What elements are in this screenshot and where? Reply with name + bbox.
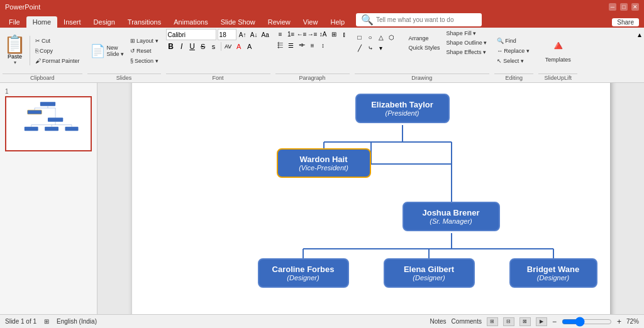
- node-joshua[interactable]: Joshua Brener (Sr. Manager): [402, 202, 500, 231]
- tab-help[interactable]: Help: [324, 16, 351, 28]
- columns-btn[interactable]: ⫿: [340, 29, 350, 39]
- font-color-btn[interactable]: A: [234, 41, 244, 52]
- zoom-minus-btn[interactable]: −: [552, 317, 557, 326]
- slide-thumbnail[interactable]: [5, 96, 92, 151]
- maximize-btn[interactable]: □: [620, 3, 628, 11]
- replace-btn[interactable]: ↔Replace ▾: [494, 46, 532, 55]
- node-wardon[interactable]: Wardon Hait (Vice-President): [277, 148, 371, 178]
- drawing-label: Drawing: [355, 74, 490, 81]
- shape-effects-btn[interactable]: Shape Effects ▾: [444, 48, 490, 57]
- justify-btn[interactable]: ≡: [308, 40, 318, 50]
- node-joshua-name: Joshua Brener: [413, 208, 490, 217]
- comments-btn[interactable]: Comments: [452, 318, 482, 325]
- svg-rect-1: [28, 110, 42, 114]
- find-btn[interactable]: 🔍Find: [494, 36, 519, 45]
- tab-slideshow[interactable]: Slide Show: [214, 16, 262, 28]
- slideuplift-group: 🔺 Templates SlideUpLift: [536, 29, 580, 81]
- strikethrough-btn[interactable]: S: [198, 41, 208, 52]
- slide-number: 1: [5, 88, 92, 95]
- quick-styles-btn[interactable]: Quick Styles: [406, 43, 443, 52]
- inc-indent-btn[interactable]: →≡: [308, 29, 318, 39]
- cut-btn[interactable]: ✂Cut: [33, 36, 82, 45]
- tab-review[interactable]: Review: [262, 16, 297, 28]
- app-body: 1: [0, 83, 644, 314]
- clear-format-btn[interactable]: Aa: [260, 30, 270, 40]
- svg-rect-0: [40, 102, 55, 106]
- align-right-btn[interactable]: ⬲: [297, 40, 307, 50]
- new-slide-btn[interactable]: 📄 NewSlide ▾: [87, 42, 127, 60]
- increase-size-btn[interactable]: A↑: [238, 30, 248, 40]
- select-btn[interactable]: ↖Select ▾: [494, 57, 526, 65]
- search-input[interactable]: [376, 16, 477, 23]
- view-normal-btn[interactable]: ⊞: [487, 317, 498, 326]
- shape-outline-btn[interactable]: Shape Outline ▾: [444, 38, 490, 47]
- node-caroline[interactable]: Caroline Forbes (Designer): [258, 258, 349, 288]
- ribbon-tabs: File Home Insert Design Transitions Anim…: [0, 14, 644, 28]
- highlight-btn[interactable]: A: [245, 41, 255, 52]
- title-bar: PowerPoint ─ □ ✕: [0, 0, 644, 14]
- format-painter-btn[interactable]: 🖌Format Painter: [33, 57, 82, 65]
- shape-4[interactable]: ⬡: [387, 33, 397, 43]
- minimize-btn[interactable]: ─: [609, 3, 616, 11]
- tab-home[interactable]: Home: [26, 16, 57, 28]
- shadow-btn[interactable]: s: [209, 41, 219, 52]
- share-btn[interactable]: Share: [612, 18, 639, 26]
- decrease-size-btn[interactable]: A↓: [249, 30, 259, 40]
- close-btn[interactable]: ✕: [631, 3, 639, 11]
- canvas-area: Elizabeth Taylor (President) Wardon Hait…: [97, 83, 644, 314]
- layout-btn[interactable]: ⊞Layout ▾: [128, 36, 161, 45]
- collapse-ribbon-btn[interactable]: ▲: [635, 30, 644, 40]
- slideuplift-templates-btn[interactable]: Templates: [543, 55, 574, 64]
- shape-more[interactable]: ▾: [376, 43, 386, 53]
- slideuplift-icon: 🔺: [550, 38, 567, 54]
- tab-file[interactable]: File: [3, 16, 26, 28]
- search-box[interactable]: 🔍: [356, 13, 482, 26]
- shape-1[interactable]: □: [355, 33, 365, 43]
- section-btn[interactable]: §Section ▾: [128, 57, 161, 65]
- slide-info: Slide 1 of 1: [5, 318, 36, 325]
- numbering-btn[interactable]: 1≡: [286, 29, 296, 39]
- align-center-btn[interactable]: ☰: [286, 40, 296, 50]
- copy-btn[interactable]: ⎘Copy: [33, 46, 82, 55]
- text-direction-btn[interactable]: ↕A: [318, 29, 328, 39]
- font-size-input[interactable]: [218, 29, 236, 40]
- clipboard-label: Clipboard: [3, 74, 82, 81]
- svg-rect-4: [45, 127, 58, 131]
- zoom-slider[interactable]: [562, 319, 612, 325]
- reset-btn[interactable]: ↺Reset: [128, 46, 161, 55]
- view-slideshow-btn[interactable]: ▶: [536, 317, 547, 326]
- node-elena[interactable]: Elena Gilbert (Designer): [384, 258, 475, 288]
- convert-to-smartart-btn[interactable]: ⊞: [329, 29, 339, 39]
- arrange-btn[interactable]: Arrange: [406, 34, 443, 43]
- shape-fill-btn[interactable]: Shape Fill ▾: [444, 29, 490, 38]
- underline-btn[interactable]: U: [187, 41, 197, 52]
- zoom-plus-btn[interactable]: +: [617, 317, 621, 326]
- align-left-btn[interactable]: ⬱: [275, 40, 286, 50]
- status-right: Notes Comments ⊞ ⊟ ⊠ ▶ − + 72%: [430, 317, 639, 326]
- shape-2[interactable]: ○: [365, 33, 375, 43]
- node-bridget[interactable]: Bridget Wane (Designer): [509, 258, 597, 288]
- search-icon: 🔍: [361, 14, 374, 26]
- tab-insert[interactable]: Insert: [57, 16, 87, 28]
- shape-6[interactable]: ⤷: [365, 43, 375, 53]
- tab-animations[interactable]: Animations: [167, 16, 214, 28]
- shape-3[interactable]: △: [376, 33, 386, 43]
- tab-view[interactable]: View: [297, 16, 325, 28]
- tab-transitions[interactable]: Transitions: [121, 16, 167, 28]
- node-elizabeth[interactable]: Elizabeth Taylor (President): [355, 94, 450, 123]
- font-spacing-btn[interactable]: AV: [223, 41, 233, 52]
- font-group: A↑ A↓ Aa B I U S s AV A A Font: [164, 29, 273, 81]
- paste-btn[interactable]: 📋 Paste ▾: [3, 36, 30, 65]
- view-slidesorter-btn[interactable]: ⊟: [503, 317, 514, 326]
- line-spacing-btn[interactable]: ↕: [318, 40, 328, 50]
- dec-indent-btn[interactable]: ←≡: [297, 29, 307, 39]
- tab-design[interactable]: Design: [87, 16, 121, 28]
- font-name-input[interactable]: [166, 29, 216, 40]
- notes-btn[interactable]: Notes: [430, 318, 446, 325]
- bold-btn[interactable]: B: [166, 41, 176, 52]
- bullets-btn[interactable]: ≡: [275, 29, 286, 39]
- view-reading-btn[interactable]: ⊠: [519, 317, 531, 326]
- shape-5[interactable]: ╱: [355, 43, 365, 53]
- node-elizabeth-title: (President): [365, 109, 440, 117]
- italic-btn[interactable]: I: [177, 41, 187, 52]
